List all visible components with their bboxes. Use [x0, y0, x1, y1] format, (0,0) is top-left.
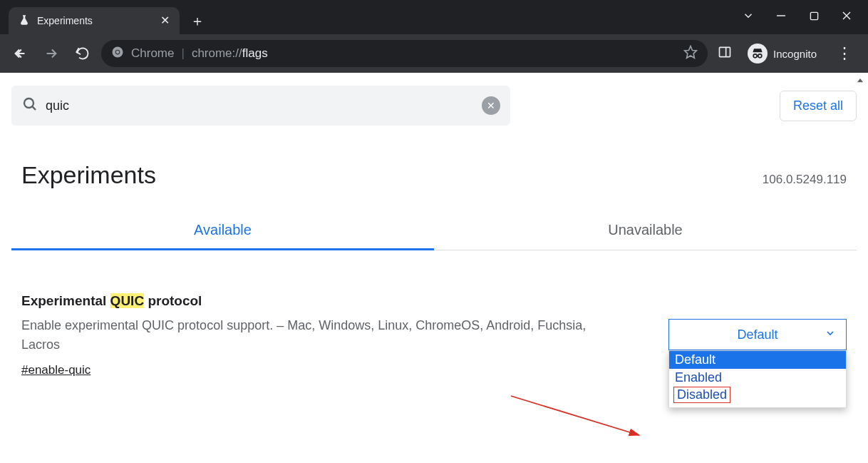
- reset-all-button[interactable]: Reset all: [780, 91, 857, 121]
- svg-point-17: [24, 98, 33, 108]
- svg-rect-1: [810, 12, 817, 19]
- tab-title: Experiments: [37, 15, 93, 26]
- option-disabled[interactable]: Disabled: [673, 387, 730, 403]
- flag-tabs: Available Unavailable: [11, 222, 857, 250]
- window-controls: [727, 0, 868, 31]
- flag-select-value: Default: [737, 327, 777, 342]
- flag-item: Experimental QUIC protocol Enable experi…: [11, 293, 857, 377]
- omnibox-prefix: chrome://: [192, 46, 242, 60]
- svg-line-19: [511, 396, 639, 435]
- option-default[interactable]: Default: [669, 351, 846, 369]
- flag-select-dropdown[interactable]: Default Enabled Disabled: [668, 350, 847, 408]
- incognito-label: Incognito: [773, 48, 817, 60]
- new-tab-button[interactable]: ＋: [187, 10, 208, 31]
- titlebar: Experiments ✕ ＋: [0, 0, 868, 34]
- svg-marker-10: [685, 46, 697, 58]
- chevron-down-icon: [825, 327, 836, 342]
- omnibox[interactable]: Chrome | chrome://flags: [101, 40, 708, 67]
- omnibox-label: Chrome: [131, 46, 174, 61]
- incognito-icon: [748, 44, 768, 63]
- svg-line-18: [32, 106, 36, 110]
- bookmark-star-icon[interactable]: [683, 45, 698, 63]
- close-tab-icon[interactable]: ✕: [160, 15, 170, 26]
- omnibox-sep: |: [181, 46, 184, 61]
- incognito-badge[interactable]: Incognito: [740, 41, 824, 66]
- panel-icon[interactable]: [718, 45, 732, 62]
- chevron-down-icon[interactable]: [741, 9, 755, 23]
- chrome-logo-icon: [111, 46, 124, 62]
- browser-tab[interactable]: Experiments ✕: [9, 7, 180, 34]
- flag-title: Experimental QUIC protocol: [21, 293, 654, 309]
- flask-icon: [19, 14, 30, 28]
- svg-marker-16: [857, 78, 863, 82]
- tab-available[interactable]: Available: [11, 222, 434, 250]
- toolbar: Chrome | chrome://flags Incognito ⋮: [0, 34, 868, 73]
- menu-kebab-icon[interactable]: ⋮: [832, 44, 857, 63]
- flag-select[interactable]: Default: [668, 319, 847, 350]
- minimize-icon[interactable]: [774, 9, 788, 23]
- scroll-up-icon[interactable]: [855, 76, 865, 86]
- window-close-icon[interactable]: [839, 9, 854, 23]
- tab-unavailable[interactable]: Unavailable: [434, 222, 857, 250]
- search-highlight: QUIC: [110, 293, 145, 308]
- maximize-icon[interactable]: [807, 9, 821, 23]
- reload-button[interactable]: [70, 41, 95, 66]
- svg-point-9: [116, 50, 120, 54]
- svg-point-13: [753, 54, 757, 58]
- back-button[interactable]: [7, 41, 33, 66]
- search-input[interactable]: [46, 98, 475, 113]
- flag-description: Enable experimental QUIC protocol suppor…: [21, 316, 627, 355]
- flag-id-link[interactable]: #enable-quic: [21, 363, 91, 377]
- version-label: 106.0.5249.119: [763, 173, 847, 187]
- omnibox-path: flags: [242, 46, 268, 60]
- page-content: ✕ Reset all Experiments 106.0.5249.119 A…: [0, 73, 868, 463]
- option-enabled[interactable]: Enabled: [669, 369, 846, 387]
- search-icon: [21, 96, 38, 116]
- forward-button[interactable]: [38, 41, 64, 66]
- annotation-arrow: [507, 392, 657, 449]
- clear-search-icon[interactable]: ✕: [482, 96, 500, 115]
- page-title: Experiments: [21, 161, 156, 189]
- search-flags-box[interactable]: ✕: [11, 86, 510, 126]
- svg-point-14: [758, 54, 762, 58]
- svg-rect-11: [720, 47, 730, 56]
